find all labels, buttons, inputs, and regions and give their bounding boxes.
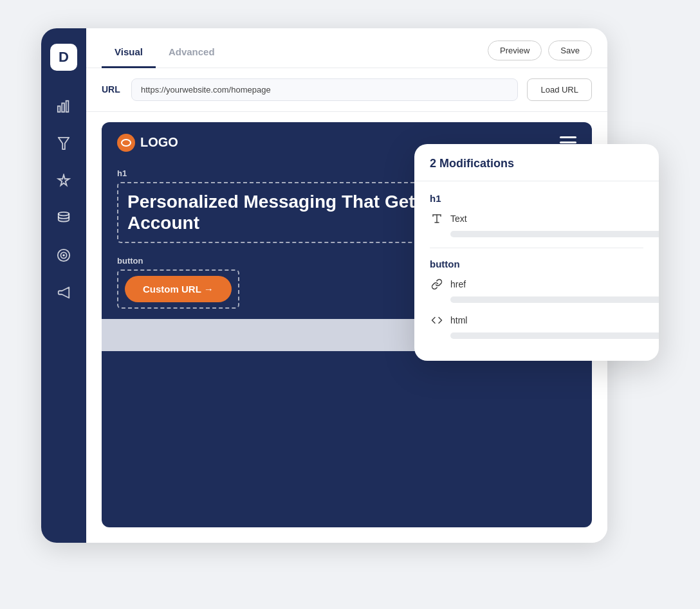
tab-advanced[interactable]: Advanced	[156, 40, 228, 68]
url-input[interactable]	[131, 78, 518, 101]
svg-rect-0	[58, 106, 60, 112]
sidebar: D	[41, 28, 86, 543]
html-field-label: html	[450, 315, 467, 325]
mod-field-html: html	[430, 313, 643, 327]
text-field-label: Text	[450, 214, 467, 224]
modifications-panel: 2 Modifications h1 Text button	[414, 144, 659, 361]
code-icon	[430, 313, 444, 327]
mod-section-h1-title: h1	[430, 193, 643, 204]
modifications-header: 2 Modifications	[414, 144, 659, 181]
load-url-button[interactable]: Load URL	[527, 78, 592, 101]
preview-logo: LOGO	[117, 134, 178, 152]
svg-rect-1	[62, 103, 64, 112]
tab-actions: Preview Save	[488, 41, 592, 67]
section-divider	[430, 248, 643, 248]
modifications-count: 2 Modifications	[430, 157, 514, 170]
app-logo: D	[50, 44, 77, 71]
mod-section-button-title: button	[430, 259, 643, 269]
svg-rect-2	[66, 100, 69, 111]
target-icon[interactable]	[54, 246, 73, 265]
href-field-bar	[450, 296, 659, 303]
url-bar: URL Load URL	[86, 68, 607, 112]
svg-point-7	[63, 255, 64, 256]
svg-marker-3	[59, 137, 69, 149]
database-icon[interactable]	[54, 208, 73, 228]
funnel-icon[interactable]	[54, 134, 73, 153]
save-button[interactable]: Save	[548, 41, 592, 60]
link-icon	[430, 277, 444, 291]
logo-circle-icon	[117, 134, 135, 152]
tab-bar: Visual Advanced Preview Save	[86, 28, 607, 68]
analytics-icon[interactable]	[54, 96, 73, 116]
preview-button[interactable]: Preview	[488, 41, 542, 60]
url-label: URL	[102, 84, 122, 95]
mod-field-href: href	[430, 277, 643, 291]
html-field-bar	[450, 332, 659, 339]
cta-button[interactable]: Custom URL →	[125, 276, 232, 302]
href-field-label: href	[450, 279, 466, 289]
magic-icon[interactable]	[54, 171, 73, 190]
text-field-bar	[450, 231, 659, 237]
svg-point-4	[59, 212, 69, 215]
modifications-body: h1 Text button	[414, 181, 659, 361]
tab-visual[interactable]: Visual	[102, 40, 156, 68]
megaphone-icon[interactable]	[54, 283, 73, 302]
button-box[interactable]: Custom URL →	[117, 269, 239, 309]
mod-field-text: Text	[430, 212, 643, 226]
text-format-icon	[430, 212, 444, 226]
mod-section-button: button href html	[430, 259, 643, 339]
